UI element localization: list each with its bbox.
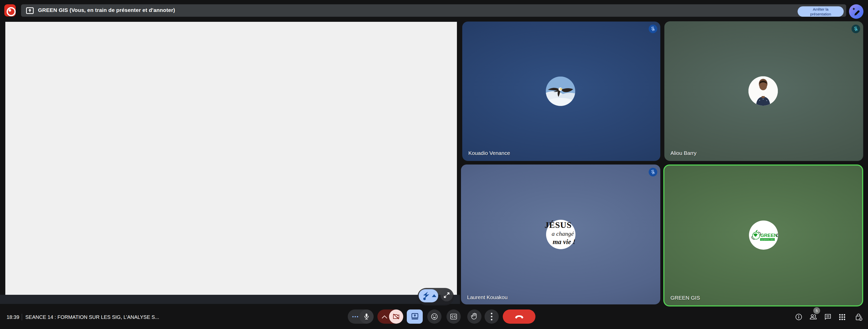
- svg-text:GEOSPATIAL SOLUTION FOR NATURE: GEOSPATIAL SOLUTION FOR NATURE: [761, 239, 778, 241]
- svg-text:GREEN: GREEN: [761, 233, 778, 238]
- svg-text:GIS: GIS: [776, 233, 778, 238]
